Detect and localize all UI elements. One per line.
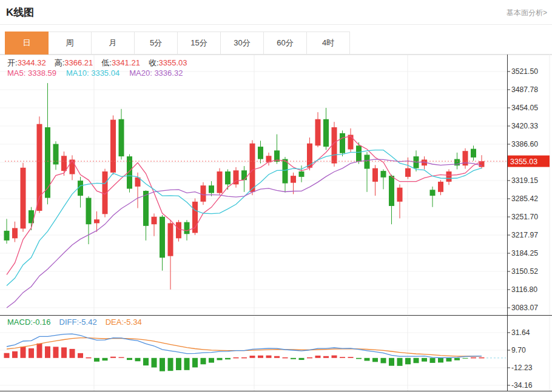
y-axis-label: 9.70 (511, 346, 526, 354)
open-label: 开: (7, 58, 18, 67)
macd-bar (332, 356, 337, 358)
macd-bar (291, 358, 296, 359)
tab-30分[interactable]: 30分 (220, 32, 264, 55)
macd-bar (176, 358, 181, 370)
macd-bar (389, 358, 394, 366)
macd-bar (143, 358, 149, 365)
macd-bar (372, 358, 378, 362)
diff-label: DIFF: (59, 317, 79, 327)
y-axis-label: -34.16 (511, 381, 533, 390)
y-axis-label: -12.23 (511, 364, 533, 372)
macd-bar (405, 358, 411, 364)
macd-bar (471, 357, 476, 359)
candle-body (446, 171, 452, 182)
macd-bar (414, 358, 419, 363)
macd-bar (274, 356, 280, 358)
tab-5分[interactable]: 5分 (134, 32, 178, 55)
macd-bar (192, 358, 198, 368)
candle-body (405, 168, 411, 177)
y-axis-label: 3386.60 (511, 140, 538, 148)
macd-bar (258, 356, 263, 358)
macd-bar (4, 353, 10, 358)
tab-日[interactable]: 日 (5, 32, 49, 55)
macd-bar (53, 347, 59, 357)
macd-bar (86, 357, 92, 359)
candle-body (315, 119, 321, 146)
macd-bar (250, 356, 255, 358)
candle-body (21, 168, 26, 229)
candle-body (365, 154, 370, 168)
ma5-label: MA5: (7, 68, 25, 78)
macd-bar (283, 357, 288, 359)
y-axis-label: 3217.97 (511, 231, 538, 239)
kline-chart[interactable]: 3521.503487.783454.053420.333386.603319.… (0, 55, 552, 392)
candle-body (168, 223, 173, 256)
macd-bar (119, 357, 124, 357)
close-value: 3355.03 (159, 58, 187, 67)
header-divider (0, 24, 552, 25)
macd-bar (29, 348, 34, 358)
candle-body (397, 188, 403, 202)
macd-bar (94, 358, 99, 362)
candle-body (438, 182, 443, 192)
macd-bar (348, 357, 354, 358)
candle-body (184, 222, 190, 234)
macd-bar (356, 358, 362, 359)
macd-bar (234, 357, 239, 359)
candle-body (119, 119, 124, 156)
macd-bar (37, 344, 42, 358)
macd-bar (340, 357, 345, 358)
close-label: 收: (149, 58, 159, 67)
macd-bar (160, 358, 165, 371)
candle-body (61, 156, 67, 171)
macd-bar (266, 356, 272, 358)
macd-bar (135, 358, 141, 361)
macd-info-bar: MACD:-0.16DIFF:-5.42DEA:-5.34 (7, 317, 142, 327)
candle-body (45, 127, 50, 198)
candle-body (110, 120, 116, 173)
fundamental-analysis-link[interactable]: 基本面分析> (507, 8, 547, 18)
candle-body (471, 149, 476, 158)
high-label: 高: (55, 58, 65, 67)
ma5-value: 3338.59 (28, 68, 56, 78)
candle-body (176, 222, 181, 239)
macd-bar (12, 351, 18, 358)
candle-body (340, 133, 345, 153)
candle-body (250, 144, 255, 192)
candle-body (225, 171, 231, 184)
open-value: 3344.32 (18, 58, 46, 67)
macd-bar (127, 358, 132, 360)
macd-bar (70, 349, 75, 358)
tab-60分[interactable]: 60分 (263, 32, 307, 55)
y-axis-label: 3319.15 (511, 176, 538, 185)
y-axis-label: 31.64 (511, 328, 530, 337)
candle-body (217, 171, 223, 193)
candle-body (152, 217, 157, 224)
macd-bar (184, 358, 190, 370)
period-tab-bar: 日周月5分15分30分60分4时 (5, 32, 350, 55)
y-axis-label: 3116.80 (511, 285, 537, 294)
y-axis-label: 3521.50 (511, 67, 538, 76)
tab-4时[interactable]: 4时 (306, 32, 350, 55)
tab-月[interactable]: 月 (91, 32, 135, 55)
diff-value: -5.42 (79, 317, 97, 327)
macd-bar (454, 358, 460, 360)
candle-body (291, 176, 296, 183)
ohlc-info-bar: 开:3344.32高:3366.21低:3341.21收:3355.03 (7, 58, 196, 68)
candle-body (12, 228, 18, 238)
tab-15分[interactable]: 15分 (177, 32, 221, 55)
ma10-label: MA10: (66, 68, 89, 78)
candle-body (299, 171, 305, 177)
macd-bar (209, 358, 214, 363)
macd-bar (365, 358, 370, 361)
y-axis-label: 3184.25 (511, 249, 538, 257)
macd-bar (479, 357, 485, 359)
macd-bar (152, 358, 157, 368)
candle-body (283, 159, 288, 184)
candle-body (381, 171, 386, 178)
candle-body (86, 198, 92, 225)
macd-bar (397, 358, 403, 366)
ma20-value: 3336.32 (154, 68, 183, 78)
tab-周[interactable]: 周 (48, 32, 92, 55)
macd-bar (21, 347, 26, 358)
